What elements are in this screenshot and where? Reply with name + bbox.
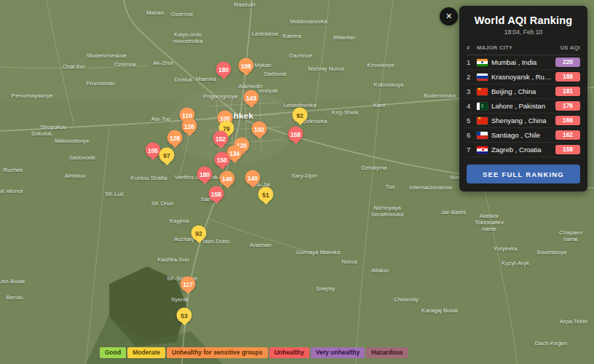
map-viewport[interactable]: ManasRassvetOzernoeMoldovanovkaKalys-ord…	[0, 0, 594, 364]
ranking-row[interactable]: 7Zagreb , Croatia158	[467, 143, 580, 157]
aqi-marker[interactable]: 126	[182, 119, 197, 134]
city-name: Krasnoyarsk , Russia	[491, 73, 552, 81]
china-flag-icon	[477, 88, 488, 95]
legend-item-unhealthy: Unhealthy	[269, 347, 309, 358]
aqi-marker[interactable]: 106	[239, 58, 254, 74]
ranking-header: # MAJOR CITY US AQI	[467, 42, 580, 55]
aqi-marker[interactable]: 152	[213, 131, 229, 146]
ranking-row[interactable]: 1Mumbai , India220	[467, 55, 580, 70]
city-name: Zagreb , Croatia	[491, 146, 552, 154]
aqi-badge: 162	[555, 130, 580, 140]
legend-item-hazardous: Hazardous	[366, 347, 408, 358]
aqi-badge: 220	[555, 58, 580, 67]
rank-number: 2	[467, 73, 473, 81]
panel-title: World AQI Ranking	[467, 15, 580, 26]
aqi-marker[interactable]: 53	[177, 308, 192, 323]
rank-number: 7	[467, 146, 473, 154]
aqi-marker[interactable]: 143	[244, 90, 259, 106]
city-name: Lahore , Pakistan	[491, 102, 552, 110]
aqi-marker[interactable]: 180	[216, 62, 231, 77]
aqi-marker[interactable]: 51	[258, 187, 274, 202]
legend-item-very-unhealthy: Very unhealthy	[311, 347, 365, 358]
aqi-badge: 176	[555, 101, 580, 111]
column-city: MAJOR CITY	[477, 44, 561, 51]
chile-flag-icon	[477, 132, 488, 139]
legend-item-good: Good	[100, 347, 126, 358]
city-name: Beijing , China	[491, 87, 552, 95]
aqi-badge: 181	[555, 87, 580, 96]
rank-number: 1	[467, 58, 473, 66]
aqi-badge: 188	[555, 72, 580, 82]
russia-flag-icon	[477, 74, 488, 81]
ranking-row[interactable]: 2Krasnoyarsk , Russia188	[467, 70, 580, 84]
column-rank: #	[467, 44, 477, 51]
india-flag-icon	[477, 59, 488, 66]
aqi-badge: 158	[555, 145, 580, 154]
aqi-marker[interactable]: 102	[252, 122, 267, 137]
column-aqi: US AQI	[561, 44, 580, 51]
close-ranking-button[interactable]: ✕	[440, 7, 458, 25]
rank-number: 4	[467, 102, 473, 110]
city-name: Shenyang , China	[491, 116, 552, 124]
aqi-marker[interactable]: 158	[209, 186, 224, 202]
aqi-marker[interactable]: 140	[220, 171, 235, 186]
aqi-marker[interactable]: 150	[215, 152, 230, 167]
aqi-marker[interactable]: 140	[245, 170, 261, 186]
legend-item-unhealthy-for-sensitive-groups: Unhealthy for sensitive groups	[167, 347, 268, 358]
panel-timestamp: 18:04, Feb 10	[467, 28, 580, 36]
aqi-marker[interactable]: 105	[146, 143, 161, 158]
ranking-row[interactable]: 4Lahore , Pakistan176	[467, 99, 580, 114]
legend-item-moderate: Moderate	[127, 347, 165, 358]
aqi-legend: GoodModerateUnhealthy for sensitive grou…	[100, 347, 408, 358]
ranking-row[interactable]: 6Santiago , Chile162	[467, 128, 580, 143]
aqi-marker[interactable]: 92	[293, 108, 308, 123]
aqi-badge: 166	[555, 116, 580, 125]
aqi-marker[interactable]: 180	[197, 167, 213, 182]
see-full-ranking-button[interactable]: SEE FULL RANKING	[467, 165, 580, 183]
aqi-marker[interactable]: 92	[191, 226, 207, 241]
aqi-marker[interactable]: 117	[181, 277, 196, 292]
pakistan-flag-icon	[477, 103, 488, 110]
world-aqi-ranking-panel: World AQI Ranking 18:04, Feb 10 # MAJOR …	[459, 6, 587, 191]
city-name: Mumbai , India	[491, 58, 552, 66]
city-name: Santiago , Chile	[491, 131, 552, 139]
rank-number: 6	[467, 131, 473, 139]
aqi-marker[interactable]: 97	[159, 148, 175, 163]
aqi-marker[interactable]: 158	[288, 127, 304, 142]
croatia-flag-icon	[477, 146, 488, 154]
rank-number: 5	[467, 116, 473, 124]
ranking-rows: 1Mumbai , India2202Krasnoyarsk , Russia1…	[467, 55, 580, 157]
aqi-marker[interactable]: 128	[167, 130, 183, 146]
rank-number: 3	[467, 87, 473, 95]
close-icon: ✕	[446, 12, 452, 21]
china-flag-icon	[477, 117, 488, 124]
ranking-row[interactable]: 3Beijing , China181	[467, 84, 580, 99]
ranking-row[interactable]: 5Shenyang , China166	[467, 114, 580, 128]
